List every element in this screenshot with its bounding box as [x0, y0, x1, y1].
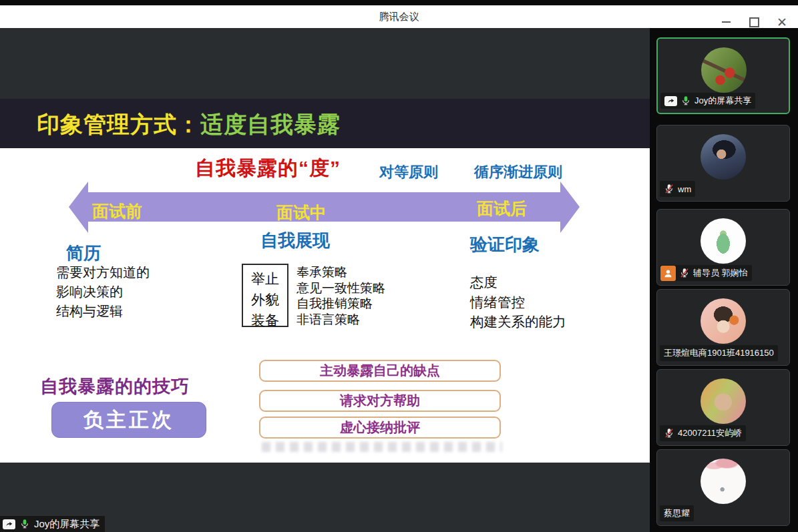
maximize-icon: [749, 17, 759, 27]
participant-name: wm: [678, 184, 691, 194]
participant-name: 王璟煊电商1901班41916150: [664, 347, 774, 359]
mic-muted-icon: [664, 184, 674, 194]
slide-title-band: 印象管理方式：适度自我暴露: [0, 99, 650, 148]
participant-label: 辅导员 郭娴怡: [660, 265, 752, 281]
skills-button-shape: 负主正次: [51, 402, 206, 438]
slide-content: 自我暴露的“度” 对等原则 循序渐进原则 面试前 面试中 面试后 简历 需要对方…: [0, 148, 650, 463]
tip-box-1: 主动暴露自己的缺点: [259, 360, 501, 382]
window-title: 腾讯会议: [379, 11, 419, 23]
screen-share-icon: [3, 519, 15, 529]
resume-heading: 简历: [66, 242, 101, 265]
participant-name: 辅导员 郭娴怡: [693, 267, 748, 279]
participant-label: 42007211安屿峤: [660, 425, 746, 441]
minimize-icon: [722, 21, 731, 23]
participant-label: Joy的屏幕共享: [660, 93, 755, 109]
close-icon: ✕: [777, 16, 787, 29]
participant-label: wm: [660, 181, 695, 197]
participant-tile[interactable]: wm: [656, 125, 790, 202]
participant-label: 蔡思耀: [660, 505, 694, 521]
participant-sidebar: Joy的屏幕共享 wm: [650, 28, 798, 532]
tip-box-3: 虚心接纳批评: [259, 417, 501, 439]
slide-title-yellow: 印象管理方式：: [37, 111, 200, 137]
participant-tile[interactable]: 42007211安屿峤: [656, 369, 790, 446]
appearance-box: 举止 外貌 装备: [242, 264, 288, 327]
participant-avatar: [701, 218, 746, 264]
mic-on-icon: [680, 95, 691, 106]
self-presentation-heading: 自我展现: [260, 229, 330, 252]
participant-avatar: [701, 47, 747, 93]
participant-tile[interactable]: 蔡思耀: [656, 449, 790, 526]
participant-name: 42007211安屿峤: [678, 427, 742, 439]
arrow-label-before: 面试前: [92, 200, 142, 222]
ghost-text-artifact: [262, 442, 502, 452]
shared-screen-view: 印象管理方式：适度自我暴露 自我暴露的“度” 对等原则 循序渐进原则 面试前 面…: [0, 28, 650, 532]
arrow-label-during: 面试中: [276, 202, 327, 224]
host-badge-icon: [660, 266, 676, 281]
participant-avatar: [701, 298, 746, 344]
arrow-label-after: 面试后: [477, 198, 527, 220]
sharer-name-text: Joy的屏幕共享: [34, 518, 99, 531]
participant-avatar: [701, 378, 746, 424]
screen-top-strip: [0, 0, 798, 5]
mic-muted-icon: [679, 268, 690, 278]
screen-share-icon: [664, 96, 677, 106]
participant-name: Joy的屏幕共享: [694, 95, 751, 107]
participant-tile[interactable]: Joy的屏幕共享: [656, 37, 790, 114]
sharer-name-overlay: Joy的屏幕共享: [0, 516, 105, 532]
window-titlebar: 腾讯会议 ✕: [0, 5, 798, 28]
resume-lines: 需要对方知道的 影响决策的 结构与逻辑: [56, 263, 150, 321]
slide-title: 印象管理方式：适度自我暴露: [37, 109, 341, 140]
participant-tile[interactable]: 辅导员 郭娴怡: [656, 209, 790, 286]
strategy-list: 奉承策略 意见一致性策略 自我推销策略 非语言策略: [296, 264, 385, 327]
participant-tile[interactable]: 王璟煊电商1901班41916150: [656, 289, 790, 366]
mic-muted-icon: [664, 428, 674, 439]
tip-box-2: 请求对方帮助: [259, 390, 501, 412]
mic-on-icon: [19, 519, 30, 529]
participant-avatar: [701, 459, 746, 504]
participant-label: 王璟煊电商1901班41916150: [660, 345, 778, 361]
du-heading: 自我暴露的“度”: [195, 155, 341, 182]
verify-lines: 态度 情绪管控 构建关系的能力: [470, 272, 566, 332]
participant-avatar: [701, 134, 746, 180]
verify-impression-heading: 验证印象: [470, 233, 540, 256]
participant-name: 蔡思耀: [664, 507, 690, 519]
skills-heading: 自我暴露的的技巧: [40, 374, 190, 398]
slide-title-green: 适度自我暴露: [200, 111, 341, 137]
